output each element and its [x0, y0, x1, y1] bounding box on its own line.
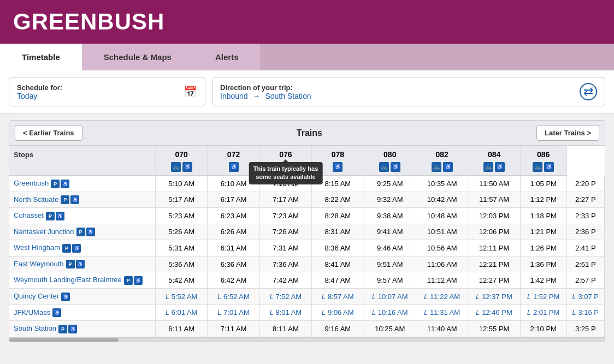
stop-name[interactable]: East Weymouth	[14, 260, 64, 268]
time-cell: L 7:52 AM	[259, 288, 311, 305]
table-container: < Earlier Trains Trains Later Trains > S…	[9, 120, 605, 342]
accessibility-icon: ♿	[70, 195, 79, 204]
time-cell: 8:47 AM	[312, 272, 364, 289]
time-cell: 10:56 AM	[416, 240, 468, 256]
stop-name-cell: GreenbushP♿	[9, 176, 155, 192]
tab-timetable[interactable]: Timetable	[0, 44, 82, 70]
stop-name[interactable]: West Hingham	[14, 243, 60, 252]
time-cell: 2:36 P	[566, 224, 604, 240]
stop-name[interactable]: North Scituate	[14, 195, 58, 204]
stop-name[interactable]: Nantasket Junction	[14, 228, 74, 236]
time-cell: 7:31 AM	[259, 240, 311, 256]
parking-icon: P	[76, 228, 85, 236]
access-icon-080: ♿	[391, 162, 400, 172]
time-cell: 2:20 P	[566, 176, 604, 192]
time-cell: 5:23 AM	[155, 208, 207, 224]
time-cell: 8:15 AM	[312, 176, 364, 192]
tab-schedule-maps[interactable]: Schedule & Maps	[82, 44, 193, 70]
stop-name[interactable]: JFK/UMass	[14, 308, 50, 317]
time-cell: 5:10 AM	[155, 176, 207, 192]
selectors-row: Schedule for: Today 📅 Direction of your …	[0, 70, 614, 114]
time-cell: L 11:31 AM	[416, 305, 468, 321]
bike-icon-082: 🚲	[432, 162, 441, 172]
train-070-icons: 🚲 ♿	[155, 161, 207, 176]
train-086-icons: 🚲 ♿	[520, 161, 566, 176]
table-row: Nantasket JunctionP♿5:26 AM6:26 AM7:26 A…	[9, 224, 605, 240]
stop-name-cell: JFK/UMass♿	[9, 305, 155, 321]
direction-arrow: →	[253, 92, 261, 100]
stop-name-cell: North ScituateP♿	[9, 192, 155, 208]
swap-icon: ⇄	[580, 83, 597, 100]
train-082-header: 082	[416, 146, 468, 161]
later-trains-button[interactable]: Later Trains >	[536, 125, 599, 141]
time-cell: 6:42 AM	[208, 272, 259, 289]
parking-icon: P	[51, 180, 60, 188]
table-row: South StationP♿6:11 AM7:11 AM8:11 AM9:16…	[9, 321, 605, 337]
stops-icon-cell	[9, 161, 155, 176]
time-cell: 8:41 AM	[312, 256, 364, 272]
time-cell: 7:17 AM	[259, 192, 311, 208]
accessibility-icon: ♿	[72, 244, 81, 253]
time-cell: L 9:06 AM	[312, 305, 364, 321]
time-cell: 2:51 P	[566, 256, 604, 272]
time-cell: 6:26 AM	[208, 224, 259, 240]
stop-name[interactable]: Weymouth Landing/East Braintree	[14, 276, 122, 284]
scrollbar-thumb[interactable]	[9, 338, 119, 342]
parking-icon: P	[62, 244, 71, 253]
schedule-table: Stops 070 072 076	[9, 146, 605, 337]
train-084-header: 084	[468, 146, 520, 161]
bike-icon-084: 🚲	[483, 162, 493, 172]
access-icon-084: ♿	[495, 162, 505, 172]
time-cell: 11:12 AM	[416, 272, 468, 289]
schedule-selector[interactable]: Schedule for: Today 📅	[9, 77, 205, 106]
time-cell: 1:26 PM	[520, 240, 566, 256]
scrollbar[interactable]	[9, 337, 605, 342]
table-nav: < Earlier Trains Trains Later Trains >	[9, 121, 605, 146]
time-cell: L 5:52 AM	[155, 288, 207, 305]
accessibility-icon: ♿	[68, 325, 77, 333]
accessibility-icon: ♿	[61, 293, 70, 301]
train-076-icons: ♿	[259, 161, 311, 176]
tab-alerts[interactable]: Alerts	[193, 44, 261, 70]
time-cell: 7:11 AM	[208, 321, 259, 337]
table-row: Weymouth Landing/East BraintreeP♿5:42 AM…	[9, 272, 605, 289]
accessibility-icon: ♿	[134, 276, 143, 285]
time-cell: 10:42 AM	[416, 192, 468, 208]
time-cell: 9:38 AM	[364, 208, 416, 224]
table-row: GreenbushP♿5:10 AM6:10 AM7:10 AM8:15 AM9…	[9, 176, 605, 192]
table-row: Quincy Center♿L 5:52 AML 6:52 AML 7:52 A…	[9, 288, 605, 305]
time-cell: 2:10 PM	[520, 321, 566, 337]
stop-name[interactable]: Cohasset	[14, 211, 44, 219]
time-cell: 6:36 AM	[208, 256, 259, 272]
accessibility-icon: ♿	[61, 180, 69, 188]
time-cell: 12:06 PM	[468, 224, 520, 240]
time-cell: 6:11 AM	[155, 321, 207, 337]
direction-selector[interactable]: Direction of your trip: Inbound → South …	[212, 77, 605, 106]
time-cell: L 3:16 P	[566, 305, 604, 321]
stop-name[interactable]: South Station	[14, 324, 56, 332]
earlier-trains-button[interactable]: < Earlier Trains	[15, 125, 82, 141]
time-cell: 10:35 AM	[416, 176, 468, 192]
stop-name[interactable]: Greenbush	[14, 179, 49, 187]
time-cell: L 8:01 AM	[259, 305, 311, 321]
stops-header-cell: Stops	[9, 146, 155, 161]
table-row: West HinghamP♿5:31 AM6:31 AM7:31 AM8:36 …	[9, 240, 605, 256]
time-cell: L 6:52 AM	[208, 288, 259, 305]
direction-from: Inbound	[220, 92, 248, 100]
time-cell: 1:12 PM	[520, 192, 566, 208]
accessibility-icon: ♿	[56, 212, 64, 220]
train-icon-row: 🚲 ♿ ♿ ♿	[9, 161, 605, 176]
parking-icon: P	[46, 212, 55, 220]
train-072-icons: ♿	[208, 161, 259, 176]
time-cell: 12:03 PM	[468, 208, 520, 224]
app-title: GREENBUSH	[13, 9, 601, 35]
time-cell: L 12:37 PM	[468, 288, 520, 305]
direction-to: South Station	[265, 92, 311, 100]
time-cell: L 12:46 PM	[468, 305, 520, 321]
stop-name-cell: CohassetP♿	[9, 208, 155, 224]
parking-icon: P	[124, 276, 133, 285]
table-row: JFK/UMass♿L 6:01 AML 7:01 AML 8:01 AML 9…	[9, 305, 605, 321]
schedule-for-label: Schedule for:	[17, 83, 62, 92]
parking-icon: P	[58, 325, 67, 333]
stop-name[interactable]: Quincy Center	[14, 292, 59, 300]
